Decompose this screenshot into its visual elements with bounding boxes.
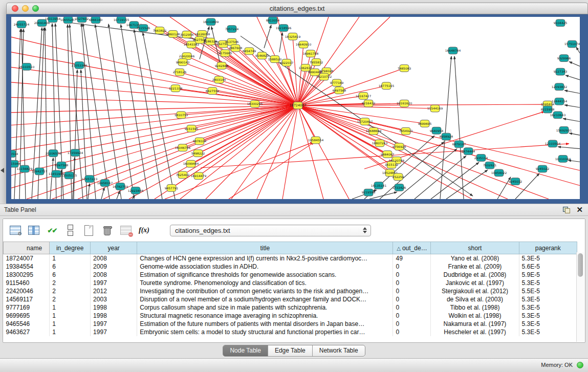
network-node[interactable]: 9640954: [430, 127, 444, 134]
network-node[interactable]: 9175685: [219, 50, 232, 57]
network-node[interactable]: 16914479: [191, 172, 207, 180]
network-node[interactable]: 16961758: [303, 50, 319, 57]
network-node[interactable]: 1733426: [393, 184, 406, 191]
table-row[interactable]: 1830029562008Estimation of significance …: [4, 271, 577, 279]
network-node[interactable]: 15692931: [556, 126, 572, 134]
collapse-handle-icon[interactable]: [1, 168, 4, 173]
delete-column-icon[interactable]: [100, 224, 114, 237]
network-node[interactable]: 19218596: [276, 25, 292, 32]
network-node[interactable]: 1221338: [169, 85, 183, 92]
close-panel-icon[interactable]: ✕: [576, 206, 583, 213]
network-node[interactable]: 14135141: [371, 182, 387, 189]
column-header-pagerank[interactable]: pagerank: [519, 242, 577, 254]
vertical-scrollbar[interactable]: [576, 252, 584, 342]
network-node[interactable]: 2718126: [173, 69, 187, 76]
network-node[interactable]: 7485083: [398, 64, 411, 72]
scrollbar-thumb[interactable]: [578, 253, 583, 277]
network-node[interactable]: 6466160: [89, 17, 103, 24]
function-builder-icon[interactable]: f(x): [137, 224, 151, 237]
network-node[interactable]: 10719155: [114, 17, 129, 24]
table-settings-icon[interactable]: ⚙: [8, 224, 22, 237]
table-column-selector-icon[interactable]: [27, 224, 40, 237]
column-header-title[interactable]: title: [137, 242, 393, 254]
network-node[interactable]: 19584554: [308, 137, 324, 144]
network-node[interactable]: 17359924: [68, 149, 83, 157]
network-node[interactable]: 5878334: [193, 138, 207, 145]
network-node[interactable]: 1527602: [75, 17, 89, 23]
network-node[interactable]: 17957223: [82, 176, 98, 183]
window-titlebar[interactable]: citations_edges.txt: [6, 3, 588, 14]
table-row[interactable]: 1456911722003Disruption of a novel membe…: [4, 295, 577, 303]
network-node[interactable]: 9457791: [165, 184, 179, 191]
network-node[interactable]: 2935114: [474, 154, 488, 161]
network-node[interactable]: 9245012: [509, 178, 522, 185]
network-node[interactable]: 8216432: [362, 100, 376, 107]
network-node[interactable]: 7955812: [310, 59, 323, 66]
network-node[interactable]: 10161620: [397, 100, 412, 107]
network-node[interactable]: 13942757: [32, 168, 48, 175]
network-node[interactable]: 9151595: [185, 125, 199, 132]
network-node[interactable]: 12103504: [545, 140, 561, 147]
float-panel-icon[interactable]: [563, 207, 570, 213]
select-rows-check-icon[interactable]: ✔✔: [45, 224, 59, 237]
network-node[interactable]: 9146821: [255, 52, 269, 59]
network-node[interactable]: 10954022: [491, 169, 507, 177]
tab-node-table[interactable]: Node Table: [223, 345, 268, 356]
table-row[interactable]: 911546021997Tourette syndrome. Phenomeno…: [4, 279, 577, 287]
network-node[interactable]: 9245022: [536, 165, 550, 172]
network-node[interactable]: 7857224: [225, 26, 239, 33]
network-node[interactable]: 9756928: [393, 143, 406, 150]
network-node[interactable]: 26103510: [19, 63, 35, 70]
network-node[interactable]: 12093832: [552, 83, 568, 91]
network-node[interactable]: 4350514: [11, 150, 18, 158]
column-header-name[interactable]: name: [4, 242, 50, 254]
network-node[interactable]: 11156829: [17, 165, 33, 172]
table-row[interactable]: 969969511998Structural magnetic resonanc…: [4, 312, 577, 320]
network-node[interactable]: 15720407: [357, 118, 373, 125]
create-table-icon[interactable]: [82, 224, 96, 237]
network-node[interactable]: 9227343: [554, 68, 568, 75]
table-source-select[interactable]: citations_edges.txt: [170, 225, 371, 236]
network-node[interactable]: 24055724: [14, 21, 30, 28]
network-node[interactable]: 1810753: [175, 112, 188, 119]
network-node[interactable]: 16782759: [113, 183, 128, 190]
table-row[interactable]: 1872400712008Changes of HCN gene express…: [4, 254, 577, 263]
network-node[interactable]: 12923448: [128, 187, 144, 194]
network-node[interactable]: 9699695: [418, 120, 432, 127]
network-node[interactable]: 15751074: [564, 40, 580, 48]
tab-network-table[interactable]: Network Table: [313, 345, 365, 356]
column-header-out_de[interactable]: △out_de…: [393, 242, 431, 254]
network-node[interactable]: 16033809: [203, 18, 219, 26]
row-height-icon[interactable]: [63, 224, 77, 237]
network-node[interactable]: 11544169: [427, 105, 443, 112]
network-node[interactable]: 16640910: [296, 41, 312, 48]
network-node[interactable]: 9397588: [55, 162, 69, 169]
network-node[interactable]: 18775165: [379, 82, 395, 90]
network-node[interactable]: 8454749: [243, 48, 256, 55]
column-header-year[interactable]: year: [91, 242, 137, 254]
network-node[interactable]: 9329966: [557, 55, 571, 62]
network-node[interactable]: 7654923: [399, 127, 413, 135]
network-node[interactable]: 10655287: [60, 17, 76, 24]
table-header-row[interactable]: namein_degreeyeartitle△out_de…shortpager…: [4, 242, 577, 254]
network-node[interactable]: 18325419: [285, 33, 301, 40]
table-row[interactable]: 946554611997Estimation of the future num…: [4, 320, 577, 328]
table-row[interactable]: 946362711997Embryonic stem cells: a mode…: [4, 328, 577, 336]
network-node[interactable]: 252254: [393, 173, 404, 181]
network-node[interactable]: 10167427: [356, 93, 372, 100]
table-row[interactable]: 1938455462009Genome-wide association stu…: [4, 262, 577, 271]
tab-edge-table[interactable]: Edge Table: [268, 345, 313, 356]
network-node[interactable]: 9860128: [166, 31, 180, 38]
network-node[interactable]: 10310344: [555, 155, 571, 162]
network-node[interactable]: 9104425: [554, 19, 568, 27]
column-header-short[interactable]: short: [431, 242, 519, 254]
network-node[interactable]: 16648784: [445, 47, 461, 54]
network-node[interactable]: 8322037: [280, 59, 294, 67]
network-node[interactable]: 7632621: [483, 162, 497, 169]
network-node[interactable]: 16046756: [175, 144, 191, 151]
network-node[interactable]: 16210643: [550, 112, 566, 119]
network-node[interactable]: 9474444: [462, 148, 475, 155]
column-header-in_degree[interactable]: in_degree: [50, 242, 91, 254]
table-row[interactable]: 977716911998Corpus callosum shape and si…: [4, 303, 577, 312]
network-canvas[interactable]: 9860128391295418226058962750881863281654…: [11, 17, 580, 199]
